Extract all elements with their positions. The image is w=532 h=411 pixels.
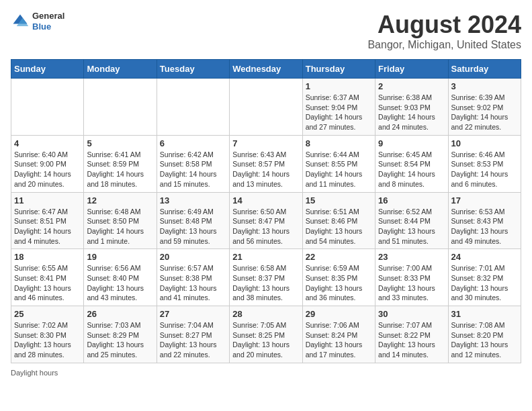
calendar-week-5: 25Sunrise: 7:02 AMSunset: 8:30 PMDayligh… bbox=[11, 306, 521, 363]
calendar-week-2: 4Sunrise: 6:40 AMSunset: 9:00 PMDaylight… bbox=[11, 135, 521, 192]
calendar-cell: 19Sunrise: 6:56 AMSunset: 8:40 PMDayligh… bbox=[84, 249, 157, 306]
day-number: 5 bbox=[87, 138, 153, 148]
calendar-week-3: 11Sunrise: 6:47 AMSunset: 8:51 PMDayligh… bbox=[11, 192, 521, 249]
day-info: Sunrise: 6:53 AMSunset: 8:43 PMDaylight:… bbox=[451, 207, 518, 246]
calendar-header: SundayMondayTuesdayWednesdayThursdayFrid… bbox=[11, 60, 521, 79]
day-info: Sunrise: 6:58 AMSunset: 8:37 PMDaylight:… bbox=[232, 263, 299, 303]
calendar-body: 1Sunrise: 6:37 AMSunset: 9:04 PMDaylight… bbox=[11, 79, 521, 363]
day-info: Sunrise: 7:07 AMSunset: 8:22 PMDaylight:… bbox=[378, 320, 445, 360]
logo-text: General Blue bbox=[32, 11, 64, 32]
weekday-header-saturday: Saturday bbox=[448, 60, 521, 79]
calendar-cell: 15Sunrise: 6:51 AMSunset: 8:46 PMDayligh… bbox=[302, 192, 375, 249]
day-number: 27 bbox=[160, 309, 226, 319]
day-number: 24 bbox=[451, 252, 518, 262]
day-info: Sunrise: 6:55 AMSunset: 8:41 PMDaylight:… bbox=[14, 263, 81, 303]
logo-general: General bbox=[32, 11, 64, 21]
calendar-cell: 26Sunrise: 7:03 AMSunset: 8:29 PMDayligh… bbox=[84, 306, 157, 363]
calendar-cell: 24Sunrise: 7:01 AMSunset: 8:32 PMDayligh… bbox=[448, 249, 521, 306]
day-info: Sunrise: 6:48 AMSunset: 8:50 PMDaylight:… bbox=[87, 207, 153, 246]
calendar-cell bbox=[84, 79, 157, 136]
weekday-header-thursday: Thursday bbox=[302, 60, 375, 79]
day-info: Sunrise: 7:03 AMSunset: 8:29 PMDaylight:… bbox=[87, 320, 153, 360]
day-number: 26 bbox=[87, 309, 153, 319]
calendar-cell: 9Sunrise: 6:45 AMSunset: 8:54 PMDaylight… bbox=[375, 135, 448, 192]
day-number: 14 bbox=[232, 195, 299, 205]
day-info: Sunrise: 6:41 AMSunset: 8:59 PMDaylight:… bbox=[87, 150, 153, 189]
calendar-table: SundayMondayTuesdayWednesdayThursdayFrid… bbox=[11, 59, 521, 363]
calendar-cell: 10Sunrise: 6:46 AMSunset: 8:53 PMDayligh… bbox=[448, 135, 521, 192]
calendar-cell: 21Sunrise: 6:58 AMSunset: 8:37 PMDayligh… bbox=[230, 249, 302, 306]
page-title: August 2024 bbox=[367, 11, 521, 39]
day-info: Sunrise: 6:45 AMSunset: 8:54 PMDaylight:… bbox=[378, 150, 445, 189]
day-info: Sunrise: 6:56 AMSunset: 8:40 PMDaylight:… bbox=[87, 263, 153, 303]
day-info: Sunrise: 7:02 AMSunset: 8:30 PMDaylight:… bbox=[14, 320, 81, 360]
weekday-header-wednesday: Wednesday bbox=[230, 60, 302, 79]
day-number: 18 bbox=[14, 252, 81, 262]
calendar-footer: Daylight hours bbox=[11, 369, 521, 377]
weekday-header-monday: Monday bbox=[84, 60, 157, 79]
day-number: 9 bbox=[378, 138, 445, 148]
calendar-cell: 5Sunrise: 6:41 AMSunset: 8:59 PMDaylight… bbox=[84, 135, 157, 192]
calendar-week-4: 18Sunrise: 6:55 AMSunset: 8:41 PMDayligh… bbox=[11, 249, 521, 306]
calendar-cell bbox=[157, 79, 229, 136]
day-info: Sunrise: 7:04 AMSunset: 8:27 PMDaylight:… bbox=[160, 320, 226, 360]
day-info: Sunrise: 6:59 AMSunset: 8:35 PMDaylight:… bbox=[306, 263, 372, 303]
calendar-cell: 17Sunrise: 6:53 AMSunset: 8:43 PMDayligh… bbox=[448, 192, 521, 249]
calendar-cell: 8Sunrise: 6:44 AMSunset: 8:55 PMDaylight… bbox=[302, 135, 375, 192]
day-number: 29 bbox=[306, 309, 372, 319]
day-number: 13 bbox=[160, 195, 226, 205]
logo-icon bbox=[11, 12, 30, 31]
weekday-row: SundayMondayTuesdayWednesdayThursdayFrid… bbox=[11, 60, 521, 79]
calendar-cell: 23Sunrise: 7:00 AMSunset: 8:33 PMDayligh… bbox=[375, 249, 448, 306]
day-info: Sunrise: 6:44 AMSunset: 8:55 PMDaylight:… bbox=[306, 150, 372, 189]
weekday-header-friday: Friday bbox=[375, 60, 448, 79]
day-number: 19 bbox=[87, 252, 153, 262]
calendar-cell: 25Sunrise: 7:02 AMSunset: 8:30 PMDayligh… bbox=[11, 306, 84, 363]
calendar-cell: 29Sunrise: 7:06 AMSunset: 8:24 PMDayligh… bbox=[302, 306, 375, 363]
page-header: General Blue August 2024 Bangor, Michiga… bbox=[11, 11, 521, 51]
logo-blue: Blue bbox=[32, 21, 64, 32]
calendar-cell: 7Sunrise: 6:43 AMSunset: 8:57 PMDaylight… bbox=[230, 135, 302, 192]
day-info: Sunrise: 6:43 AMSunset: 8:57 PMDaylight:… bbox=[232, 150, 299, 189]
calendar-cell: 28Sunrise: 7:05 AMSunset: 8:25 PMDayligh… bbox=[230, 306, 302, 363]
page-subtitle: Bangor, Michigan, United States bbox=[367, 39, 521, 51]
day-info: Sunrise: 6:51 AMSunset: 8:46 PMDaylight:… bbox=[306, 207, 372, 246]
day-number: 28 bbox=[232, 309, 299, 319]
calendar-cell: 6Sunrise: 6:42 AMSunset: 8:58 PMDaylight… bbox=[157, 135, 229, 192]
day-info: Sunrise: 6:47 AMSunset: 8:51 PMDaylight:… bbox=[14, 207, 81, 246]
calendar-cell: 12Sunrise: 6:48 AMSunset: 8:50 PMDayligh… bbox=[84, 192, 157, 249]
calendar-cell: 31Sunrise: 7:08 AMSunset: 8:20 PMDayligh… bbox=[448, 306, 521, 363]
day-number: 17 bbox=[451, 195, 518, 205]
weekday-header-tuesday: Tuesday bbox=[157, 60, 229, 79]
day-number: 10 bbox=[451, 138, 518, 148]
day-number: 25 bbox=[14, 309, 81, 319]
day-info: Sunrise: 7:01 AMSunset: 8:32 PMDaylight:… bbox=[451, 263, 518, 303]
calendar-cell: 3Sunrise: 6:39 AMSunset: 9:02 PMDaylight… bbox=[448, 79, 521, 136]
day-number: 11 bbox=[14, 195, 81, 205]
day-info: Sunrise: 7:05 AMSunset: 8:25 PMDaylight:… bbox=[232, 320, 299, 360]
day-info: Sunrise: 7:00 AMSunset: 8:33 PMDaylight:… bbox=[378, 263, 445, 303]
day-number: 7 bbox=[232, 138, 299, 148]
day-info: Sunrise: 6:49 AMSunset: 8:48 PMDaylight:… bbox=[160, 207, 226, 246]
day-number: 8 bbox=[306, 138, 372, 148]
day-info: Sunrise: 6:57 AMSunset: 8:38 PMDaylight:… bbox=[160, 263, 226, 303]
calendar-cell: 11Sunrise: 6:47 AMSunset: 8:51 PMDayligh… bbox=[11, 192, 84, 249]
logo: General Blue bbox=[11, 11, 64, 32]
calendar-cell: 1Sunrise: 6:37 AMSunset: 9:04 PMDaylight… bbox=[302, 79, 375, 136]
day-number: 31 bbox=[451, 309, 518, 319]
calendar-cell: 16Sunrise: 6:52 AMSunset: 8:44 PMDayligh… bbox=[375, 192, 448, 249]
day-number: 23 bbox=[378, 252, 445, 262]
calendar-cell: 4Sunrise: 6:40 AMSunset: 9:00 PMDaylight… bbox=[11, 135, 84, 192]
calendar-cell: 14Sunrise: 6:50 AMSunset: 8:47 PMDayligh… bbox=[230, 192, 302, 249]
calendar-cell: 30Sunrise: 7:07 AMSunset: 8:22 PMDayligh… bbox=[375, 306, 448, 363]
calendar-cell bbox=[11, 79, 84, 136]
day-number: 22 bbox=[306, 252, 372, 262]
weekday-header-sunday: Sunday bbox=[11, 60, 84, 79]
calendar-week-1: 1Sunrise: 6:37 AMSunset: 9:04 PMDaylight… bbox=[11, 79, 521, 136]
day-info: Sunrise: 6:42 AMSunset: 8:58 PMDaylight:… bbox=[160, 150, 226, 189]
day-number: 15 bbox=[306, 195, 372, 205]
calendar-cell: 18Sunrise: 6:55 AMSunset: 8:41 PMDayligh… bbox=[11, 249, 84, 306]
day-info: Sunrise: 6:46 AMSunset: 8:53 PMDaylight:… bbox=[451, 150, 518, 189]
day-info: Sunrise: 6:38 AMSunset: 9:03 PMDaylight:… bbox=[378, 93, 445, 132]
day-number: 20 bbox=[160, 252, 226, 262]
